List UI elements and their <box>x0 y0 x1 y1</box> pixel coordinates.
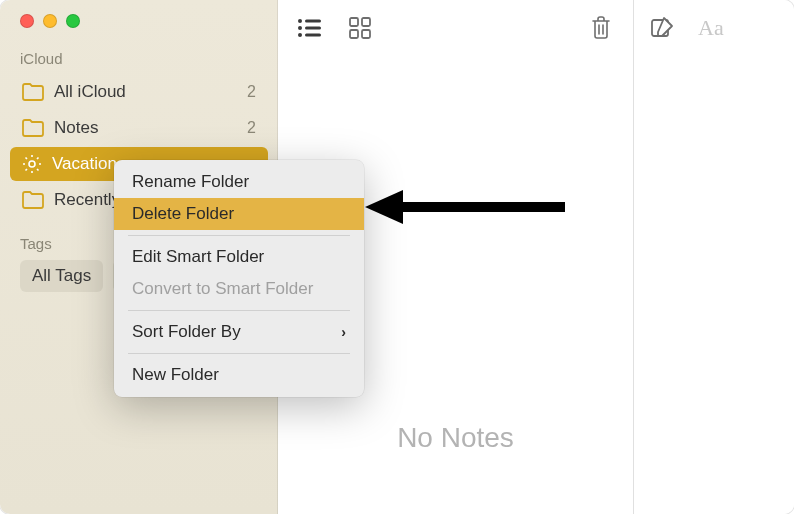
menu-delete-folder[interactable]: Delete Folder <box>114 198 364 230</box>
menu-convert-smart-folder: Convert to Smart Folder <box>114 273 364 305</box>
list-view-button[interactable] <box>294 12 326 44</box>
folder-icon <box>22 191 44 209</box>
svg-rect-8 <box>362 18 370 26</box>
editor-toolbar: Aa <box>634 0 794 56</box>
chevron-right-icon: › <box>341 324 346 340</box>
grid-view-button[interactable] <box>344 12 376 44</box>
svg-rect-4 <box>305 27 321 30</box>
format-button[interactable]: Aa <box>698 15 724 41</box>
folder-label: Notes <box>54 118 247 138</box>
svg-point-0 <box>29 161 35 167</box>
context-menu: Rename Folder Delete Folder Edit Smart F… <box>114 160 364 397</box>
menu-divider <box>128 353 350 354</box>
menu-new-folder[interactable]: New Folder <box>114 359 364 391</box>
menu-item-label: Sort Folder By <box>132 322 241 342</box>
folder-count: 2 <box>247 83 256 101</box>
sidebar-folder-notes[interactable]: Notes 2 <box>10 111 268 145</box>
folder-icon <box>22 83 44 101</box>
toolbar <box>278 0 633 56</box>
folder-label: All iCloud <box>54 82 247 102</box>
menu-rename-folder[interactable]: Rename Folder <box>114 166 364 198</box>
close-window-button[interactable] <box>20 14 34 28</box>
menu-edit-smart-folder[interactable]: Edit Smart Folder <box>114 241 364 273</box>
svg-rect-2 <box>305 20 321 23</box>
folder-count: 2 <box>247 119 256 137</box>
svg-rect-6 <box>305 34 321 37</box>
sidebar-section-header: iCloud <box>0 50 278 75</box>
trash-button[interactable] <box>585 12 617 44</box>
svg-rect-10 <box>362 30 370 38</box>
gear-icon <box>22 154 42 174</box>
svg-rect-9 <box>350 30 358 38</box>
svg-point-5 <box>298 33 302 37</box>
menu-divider <box>128 235 350 236</box>
menu-sort-folder-by[interactable]: Sort Folder By › <box>114 316 364 348</box>
compose-button[interactable] <box>650 16 674 40</box>
svg-rect-7 <box>350 18 358 26</box>
maximize-window-button[interactable] <box>66 14 80 28</box>
tag-chip-all[interactable]: All Tags <box>20 260 103 292</box>
minimize-window-button[interactable] <box>43 14 57 28</box>
svg-point-1 <box>298 19 302 23</box>
window-controls <box>0 14 278 28</box>
menu-divider <box>128 310 350 311</box>
svg-point-3 <box>298 26 302 30</box>
folder-icon <box>22 119 44 137</box>
sidebar-folder-all-icloud[interactable]: All iCloud 2 <box>10 75 268 109</box>
editor-pane: Aa <box>634 0 794 514</box>
